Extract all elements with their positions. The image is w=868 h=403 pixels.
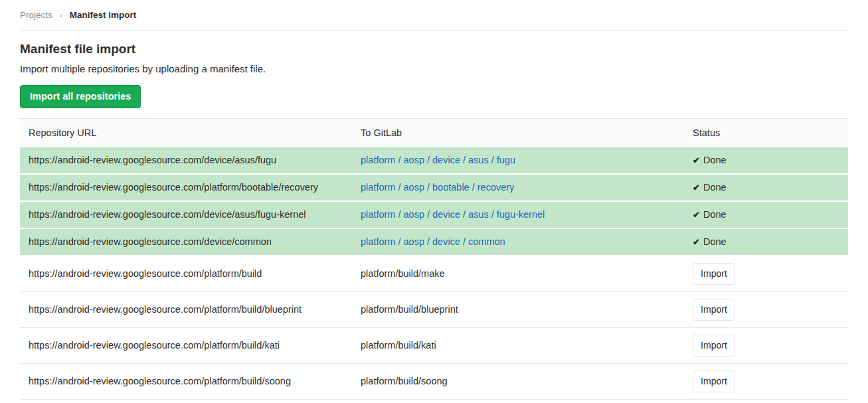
table-row: https://android-review.googlesource.com/…: [20, 328, 848, 364]
repository-url-cell: https://android-review.googlesource.com/…: [20, 147, 352, 175]
table-row: https://android-review.googlesource.com/…: [20, 175, 848, 202]
gitlab-project-link[interactable]: platform / aosp / device / asus / fugu: [361, 155, 515, 165]
status-cell: Import: [684, 292, 848, 328]
status-cell: Import: [684, 256, 848, 292]
import-button[interactable]: Import: [693, 299, 735, 321]
repositories-table: Repository URL To GitLab Status https://…: [20, 118, 848, 400]
status-cell: ✔Done: [684, 202, 848, 229]
check-icon: ✔: [693, 183, 700, 193]
to-gitlab-cell: platform/build/soong: [352, 364, 684, 400]
status-label: Done: [703, 182, 727, 193]
import-button[interactable]: Import: [693, 335, 735, 357]
table-row: https://android-review.googlesource.com/…: [20, 202, 848, 229]
column-header-repository-url: Repository URL: [20, 118, 352, 147]
repo-table-body: https://android-review.googlesource.com/…: [20, 147, 848, 400]
to-gitlab-cell: platform / aosp / device / asus / fugu: [352, 147, 684, 175]
repository-url-cell: https://android-review.googlesource.com/…: [20, 256, 352, 292]
column-header-status: Status: [684, 118, 848, 147]
status-done-badge: ✔Done: [693, 236, 727, 247]
repository-url-cell: https://android-review.googlesource.com/…: [20, 364, 352, 400]
repository-url-cell: https://android-review.googlesource.com/…: [20, 202, 352, 229]
repository-url-cell: https://android-review.googlesource.com/…: [20, 229, 352, 256]
to-gitlab-cell: platform/build/blueprint: [352, 292, 684, 328]
import-button[interactable]: Import: [693, 263, 735, 285]
manifest-import-page: Projects › Manifest import Manifest file…: [0, 0, 868, 403]
repository-url-cell: https://android-review.googlesource.com/…: [20, 175, 352, 202]
gitlab-target-path: platform/build/blueprint: [361, 304, 458, 315]
table-row: https://android-review.googlesource.com/…: [20, 364, 848, 400]
to-gitlab-cell: platform / aosp / device / common: [352, 229, 684, 256]
import-button[interactable]: Import: [693, 370, 735, 392]
status-done-badge: ✔Done: [693, 209, 727, 220]
page-subtitle: Import multiple repositories by uploadin…: [20, 63, 848, 75]
status-done-badge: ✔Done: [693, 155, 727, 165]
table-row: https://android-review.googlesource.com/…: [20, 229, 848, 256]
repository-url-cell: https://android-review.googlesource.com/…: [20, 292, 352, 328]
check-icon: ✔: [693, 237, 700, 247]
status-cell: ✔Done: [684, 175, 848, 202]
to-gitlab-cell: platform/build/kati: [352, 328, 684, 364]
gitlab-target-path: platform/build/soong: [361, 376, 448, 386]
table-row: https://android-review.googlesource.com/…: [20, 292, 848, 328]
import-all-repositories-button[interactable]: Import all repositories: [20, 85, 141, 108]
column-header-to-gitlab: To GitLab: [352, 118, 684, 147]
status-label: Done: [703, 236, 727, 247]
table-row: https://android-review.googlesource.com/…: [20, 147, 848, 175]
breadcrumb-separator-icon: ›: [60, 10, 63, 20]
gitlab-project-link[interactable]: platform / aosp / bootable / recovery: [361, 182, 514, 193]
gitlab-target-path: platform/build/kati: [361, 340, 436, 351]
status-done-badge: ✔Done: [693, 182, 727, 193]
check-icon: ✔: [693, 210, 700, 220]
status-cell: Import: [684, 328, 848, 364]
page-title: Manifest file import: [20, 42, 848, 56]
status-cell: ✔Done: [684, 147, 848, 175]
gitlab-target-path: platform/build/make: [361, 268, 445, 279]
gitlab-project-link[interactable]: platform / aosp / device / common: [361, 236, 505, 247]
gitlab-project-link[interactable]: platform / aosp / device / asus / fugu-k…: [361, 209, 545, 220]
check-icon: ✔: [693, 155, 700, 165]
to-gitlab-cell: platform/build/make: [352, 256, 684, 292]
breadcrumb-projects-link[interactable]: Projects: [20, 10, 52, 20]
status-cell: Import: [684, 364, 848, 400]
repository-url-cell: https://android-review.googlesource.com/…: [20, 328, 352, 364]
to-gitlab-cell: platform / aosp / bootable / recovery: [352, 175, 684, 202]
status-label: Done: [703, 155, 727, 165]
breadcrumb-current: Manifest import: [70, 10, 137, 20]
to-gitlab-cell: platform / aosp / device / asus / fugu-k…: [352, 202, 684, 229]
status-label: Done: [703, 209, 727, 220]
breadcrumb: Projects › Manifest import: [20, 0, 848, 31]
table-header-row: Repository URL To GitLab Status: [20, 118, 848, 147]
table-row: https://android-review.googlesource.com/…: [20, 256, 848, 292]
status-cell: ✔Done: [684, 229, 848, 256]
